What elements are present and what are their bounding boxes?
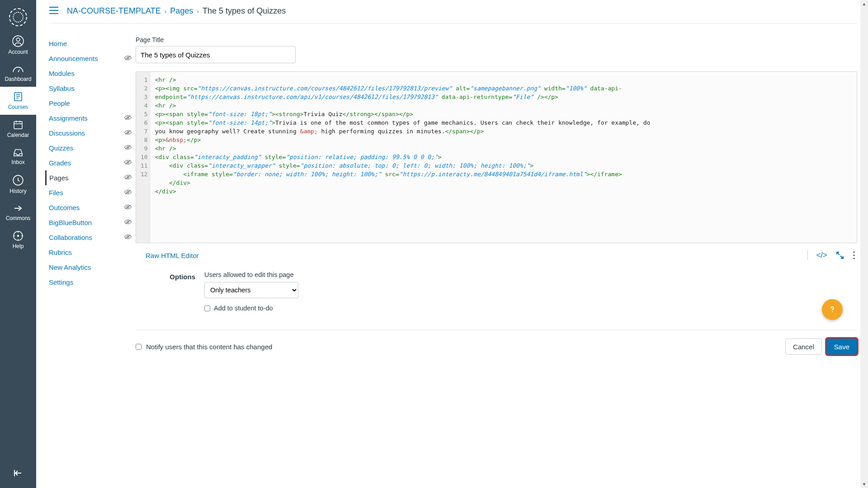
crumb-sep-1: › <box>165 8 167 15</box>
svg-point-1 <box>16 38 20 42</box>
nav-history[interactable]: History <box>0 170 36 199</box>
nav-account[interactable]: Account <box>0 31 36 60</box>
nav-collapse[interactable] <box>13 460 23 488</box>
hidden-icon <box>124 174 132 182</box>
hidden-icon <box>124 204 132 211</box>
course-nav-modules[interactable]: Modules <box>49 66 136 81</box>
course-nav-files[interactable]: Files <box>49 185 136 200</box>
nav-inbox[interactable]: Inbox <box>0 143 36 170</box>
permission-select[interactable]: Only teachers <box>204 282 298 298</box>
notify-row[interactable]: Notify users that this content has chang… <box>136 343 272 351</box>
perm-description: Users allowed to edit this page <box>204 271 298 278</box>
svg-point-6 <box>18 235 19 237</box>
course-nav-assignments[interactable]: Assignments <box>49 111 136 126</box>
more-icon[interactable] <box>853 251 855 260</box>
svg-point-19 <box>853 258 855 259</box>
page-title-label: Page Title <box>136 36 857 43</box>
todo-checkbox[interactable] <box>204 305 210 311</box>
toolbar-separator <box>807 250 808 260</box>
nav-account-label: Account <box>8 49 28 55</box>
course-nav-rubrics[interactable]: Rubrics <box>49 245 136 260</box>
hidden-icon <box>124 219 132 226</box>
nav-history-label: History <box>9 188 26 194</box>
nav-dashboard[interactable]: Dashboard <box>0 60 36 87</box>
editor-toolbar: Raw HTML Editor </> <box>136 248 857 263</box>
nav-calendar-label: Calendar <box>7 132 29 138</box>
scroll-track[interactable] <box>860 8 868 480</box>
course-nav-announcements[interactable]: Announcements <box>49 51 136 66</box>
notify-checkbox[interactable] <box>136 344 142 350</box>
hidden-icon <box>124 129 132 137</box>
nav-help-label: Help <box>13 243 24 249</box>
options-section: Options Users allowed to edit this page … <box>136 271 857 312</box>
canvas-logo[interactable] <box>9 8 27 26</box>
main-content: NA-COURSE-TEMPLATE › Pages › The 5 types… <box>36 0 868 488</box>
crumb-sep-2: › <box>197 8 199 15</box>
html-editor[interactable]: 123456789101112 <hr /> <p><img src="http… <box>136 71 857 243</box>
hidden-icon <box>124 234 132 241</box>
nav-commons[interactable]: Commons <box>0 199 36 226</box>
hidden-icon <box>124 114 132 122</box>
window-scrollbar[interactable]: ▲ ▼ <box>860 0 868 488</box>
hidden-icon <box>124 55 132 62</box>
nav-dashboard-label: Dashboard <box>5 76 32 82</box>
nav-courses-label: Courses <box>8 104 28 110</box>
editor-area: Page Title 123456789101112 <hr /> <p><im… <box>136 36 857 355</box>
todo-checkbox-row[interactable]: Add to student to-do <box>204 305 298 312</box>
course-nav-syllabus[interactable]: Syllabus <box>49 81 136 96</box>
course-nav-settings[interactable]: Settings <box>49 275 136 290</box>
nav-inbox-label: Inbox <box>11 159 24 165</box>
code-body[interactable]: <hr /> <p><img src="https://canvas.instr… <box>151 72 857 243</box>
crumb-section[interactable]: Pages <box>170 6 193 16</box>
nav-courses[interactable]: Courses <box>0 87 36 115</box>
course-nav-collab[interactable]: Collaborations <box>49 230 136 245</box>
scroll-down-arrow[interactable]: ▼ <box>860 480 868 488</box>
course-nav-quizzes[interactable]: Quizzes <box>49 141 136 155</box>
options-label: Options <box>136 271 204 312</box>
switch-editor-icon[interactable]: </> <box>816 251 827 260</box>
save-button[interactable]: Save <box>826 338 857 355</box>
global-nav: Account Dashboard Courses Calendar Inbox… <box>0 0 36 488</box>
svg-rect-3 <box>14 122 22 129</box>
raw-html-editor-link[interactable]: Raw HTML Editor <box>146 252 199 259</box>
nav-calendar[interactable]: Calendar <box>0 115 36 143</box>
scroll-up-arrow[interactable]: ▲ <box>860 0 868 8</box>
course-nav-bbb[interactable]: BigBlueButton <box>49 215 136 230</box>
nav-help[interactable]: Help <box>0 226 36 254</box>
course-nav-people[interactable]: People <box>49 96 136 111</box>
course-nav-discussions[interactable]: Discussions <box>49 126 136 141</box>
breadcrumb-row: NA-COURSE-TEMPLATE › Pages › The 5 types… <box>49 0 857 23</box>
course-nav-analytics[interactable]: New Analytics <box>49 260 136 275</box>
crumb-course[interactable]: NA-COURSE-TEMPLATE <box>67 6 161 16</box>
course-nav: Home Announcements Modules Syllabus Peop… <box>49 36 136 355</box>
course-nav-outcomes[interactable]: Outcomes <box>49 200 136 215</box>
notify-label: Notify users that this content has chang… <box>146 343 272 351</box>
course-nav-grades[interactable]: Grades <box>49 155 136 170</box>
svg-point-18 <box>853 254 855 256</box>
help-fab[interactable] <box>822 299 843 320</box>
crumb-current: The 5 types of Quizzes <box>203 6 286 16</box>
page-title-input[interactable] <box>136 46 296 63</box>
footer-bar: Notify users that this content has chang… <box>136 330 857 355</box>
course-nav-pages[interactable]: Pages <box>45 170 136 185</box>
svg-point-21 <box>832 311 833 312</box>
svg-point-17 <box>853 251 855 253</box>
fullscreen-icon[interactable] <box>835 251 844 260</box>
todo-label: Add to student to-do <box>214 305 273 312</box>
cancel-button[interactable]: Cancel <box>785 338 822 355</box>
line-gutter: 123456789101112 <box>136 72 151 243</box>
nav-commons-label: Commons <box>6 215 31 221</box>
hidden-icon <box>124 189 132 197</box>
hamburger-icon[interactable] <box>49 6 59 16</box>
hidden-icon <box>124 144 132 152</box>
svg-rect-2 <box>14 93 22 101</box>
course-nav-home[interactable]: Home <box>49 36 136 51</box>
hidden-icon <box>124 159 132 167</box>
